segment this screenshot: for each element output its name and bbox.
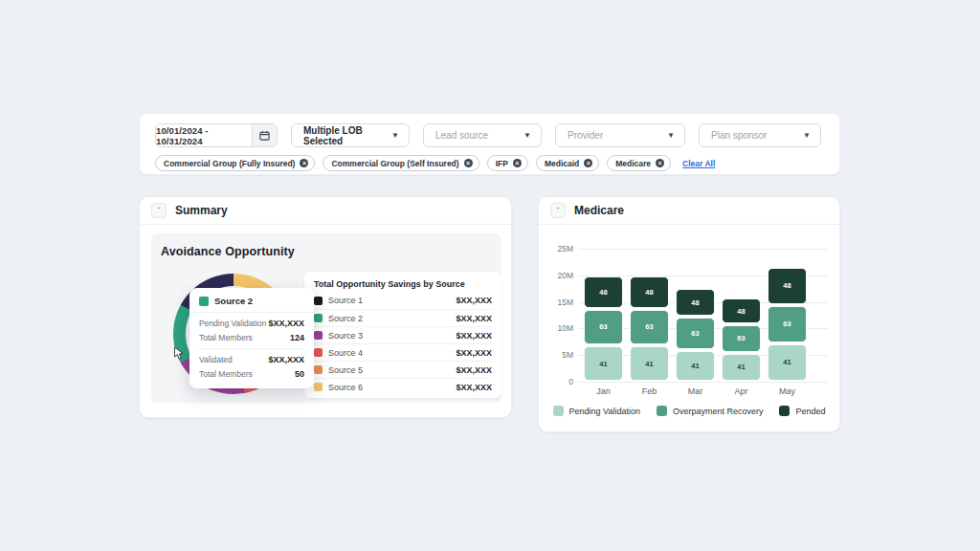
y-axis-tick-5M: 5M [541, 350, 573, 360]
dropdown-multiple-lob-selected[interactable]: Multiple LOB Selected▼ [291, 123, 410, 147]
bar-segment-may-pending-validation[interactable]: 41 [768, 344, 807, 381]
legend-label: Pended [795, 407, 825, 416]
chip-label: Medicare [615, 159, 651, 168]
source-value: $XX,XXX [456, 383, 492, 392]
chip-label: Commercial Group (Fully Insured) [164, 159, 295, 168]
gridline-25M [578, 249, 828, 250]
legend-swatch [779, 406, 790, 416]
y-axis-tick-15M: 15M [541, 298, 573, 307]
chevron-down-icon: ▼ [391, 132, 399, 140]
remove-chip-icon[interactable]: × [300, 159, 308, 167]
bar-segment-feb-pended[interactable]: 48 [630, 276, 669, 308]
legend-swatch [553, 406, 564, 416]
source-value: $XX,XXX [456, 348, 492, 358]
chip-label: Medicaid [545, 159, 579, 168]
date-range-picker[interactable]: 10/01/2024 - 10/31/2024 [155, 123, 278, 147]
clear-all-link[interactable]: Clear All [682, 159, 715, 168]
bar-segment-apr-pended[interactable]: 48 [722, 298, 761, 323]
tooltip-source-swatch [199, 297, 209, 306]
bar-segment-mar-pended[interactable]: 48 [676, 289, 715, 316]
bar-segment-apr-overpayment-recovery[interactable]: 63 [722, 325, 761, 352]
source-swatch [314, 331, 323, 340]
y-axis-tick-20M: 20M [541, 271, 573, 280]
avoidance-opportunity-title: Avoidance Opportunity [161, 245, 492, 258]
source-swatch [314, 383, 323, 391]
chevron-down-icon: ▼ [667, 132, 675, 140]
medicare-collapse-button[interactable]: ˆ [550, 203, 566, 218]
legend-swatch [657, 406, 667, 416]
source-swatch [314, 297, 323, 305]
tooltip-row-label: Total Members [199, 333, 253, 342]
bar-segment-may-overpayment-recovery[interactable]: 63 [768, 306, 807, 342]
bar-segment-mar-overpayment-recovery[interactable]: 63 [676, 318, 715, 349]
medicare-panel-header: ˆ Medicare [539, 197, 839, 225]
bar-segment-mar-pending-validation[interactable]: 41 [676, 351, 715, 381]
source-value: $XX,XXX [456, 314, 492, 323]
remove-chip-icon[interactable]: × [584, 159, 592, 167]
legend-item-overpayment-recovery: Overpayment Recovery [657, 406, 764, 416]
donut-tooltip-header: Source 2 [189, 288, 314, 312]
dropdown-label: Lead source [435, 130, 488, 141]
savings-row-source-5: Source 5$XX,XXX [314, 361, 492, 378]
summary-panel-header: ˆ Summary [140, 197, 511, 225]
dropdown-provider[interactable]: Provider▼ [555, 123, 685, 147]
summary-collapse-button[interactable]: ˆ [151, 203, 167, 218]
legend-item-pending-validation: Pending Validation [553, 406, 640, 416]
dropdown-plan-sponsor[interactable]: Plan sponsor▼ [699, 123, 821, 147]
x-axis-label-feb: Feb [630, 386, 669, 396]
dropdown-label: Provider [568, 130, 603, 141]
calendar-icon[interactable] [252, 124, 277, 146]
filter-chip-ifp[interactable]: IFP× [487, 155, 528, 171]
bar-segment-apr-pending-validation[interactable]: 41 [722, 354, 761, 381]
tooltip-row-label: Validated [199, 355, 233, 364]
source-value: $XX,XXX [456, 331, 492, 341]
dropdown-lead-source[interactable]: Lead source▼ [423, 123, 542, 147]
savings-row-source-2: Source 2$XX,XXX [314, 309, 492, 326]
x-axis-label-mar: Mar [676, 386, 715, 396]
bar-segment-jan-pended[interactable]: 48 [584, 276, 623, 308]
source-swatch [314, 314, 323, 322]
date-range-value: 10/01/2024 - 10/31/2024 [156, 124, 252, 146]
legend-label: Overpayment Recovery [673, 407, 764, 416]
source-label: Source 3 [328, 331, 450, 341]
source-value: $XX,XXX [456, 365, 492, 375]
gridline-0 [578, 382, 828, 383]
summary-panel: ˆ Summary Avoidance Opportunity Source 2… [139, 196, 512, 418]
chip-label: Commercial Group (Self Insured) [331, 159, 458, 168]
y-axis-tick-0: 0 [541, 377, 573, 386]
savings-row-source-4: Source 4$XX,XXX [314, 343, 492, 361]
chevron-down-icon: ▼ [803, 132, 811, 140]
cursor-pointer-icon [173, 346, 185, 364]
legend-item-pended: Pended [779, 406, 825, 416]
source-label: Source 5 [328, 365, 450, 375]
dropdown-label: Plan sponsor [711, 130, 767, 141]
bar-segment-jan-pending-validation[interactable]: 41 [584, 346, 623, 381]
remove-chip-icon[interactable]: × [656, 159, 664, 167]
tooltip-row-validated: Validated$XX,XXX [199, 352, 304, 367]
x-axis-label-jan: Jan [584, 386, 623, 396]
filter-chip-commercial-group-fully-insured[interactable]: Commercial Group (Fully Insured)× [155, 155, 315, 171]
medicare-bar-chart: 05M10M15M20M25M416348Jan416348Feb416348M… [539, 226, 839, 431]
x-axis-label-may: May [768, 386, 807, 396]
remove-chip-icon[interactable]: × [513, 159, 522, 167]
summary-panel-title: Summary [175, 204, 228, 217]
tooltip-source-label: Source 2 [214, 296, 253, 306]
filter-chip-medicaid[interactable]: Medicaid× [536, 155, 599, 171]
y-axis-tick-25M: 25M [541, 244, 573, 253]
remove-chip-icon[interactable]: × [464, 159, 473, 167]
medicare-panel-title: Medicare [574, 204, 624, 217]
filter-chip-medicare[interactable]: Medicare× [607, 155, 671, 171]
tooltip-rows: Pending Validation$XX,XXXTotal Members12… [189, 313, 314, 388]
tooltip-divider [199, 348, 304, 349]
bar-segment-feb-overpayment-recovery[interactable]: 63 [630, 310, 669, 344]
bar-segment-feb-pending-validation[interactable]: 41 [630, 346, 669, 381]
tooltip-row-label: Total Members [199, 369, 253, 379]
filter-chip-commercial-group-self-insured[interactable]: Commercial Group (Self Insured)× [323, 155, 479, 171]
tooltip-row-value: $XX,XXX [268, 319, 304, 328]
source-swatch [314, 365, 323, 374]
chip-label: IFP [496, 159, 508, 168]
bar-segment-may-pended[interactable]: 48 [768, 268, 807, 304]
bar-segment-jan-overpayment-recovery[interactable]: 63 [584, 310, 623, 344]
savings-row-source-6: Source 6$XX,XXX [314, 378, 492, 395]
filter-row: 10/01/2024 - 10/31/2024 Multiple LOB Sel… [155, 123, 824, 147]
